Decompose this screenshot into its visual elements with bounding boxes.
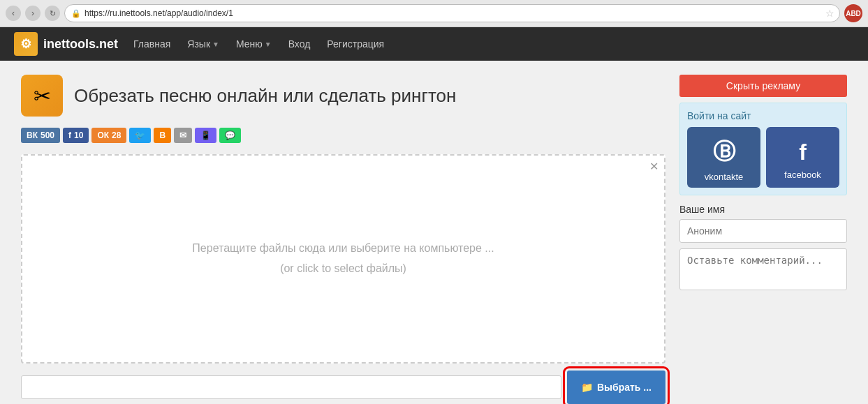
page-title: Обрезать песню онлайн или сделать рингто… <box>74 85 456 107</box>
drop-zone-text: Перетащите файлы сюда или выберите на ко… <box>192 239 494 279</box>
user-avatar: ABD <box>844 4 862 22</box>
sidebar: Скрыть рекламу Войти на сайт Ⓑ vkontakte… <box>679 75 847 404</box>
vk-count: 500 <box>41 130 54 140</box>
nav-login[interactable]: Вход <box>287 36 312 52</box>
choose-file-button[interactable]: 📁 Выбрать ... <box>567 371 665 404</box>
site-logo[interactable]: ⚙ inettools.net <box>14 32 118 56</box>
address-bar-wrap: 🔒 ☆ <box>64 4 840 22</box>
folder-icon: 📁 <box>581 382 593 393</box>
browser-chrome: ‹ › ↻ 🔒 ☆ ABD <box>0 0 868 27</box>
nav-menu[interactable]: Меню ▼ <box>235 36 273 52</box>
facebook-login-icon: f <box>799 140 807 165</box>
site-nav: ⚙ inettools.net Главная Язык ▼ Меню ▼ Вх… <box>0 27 868 61</box>
language-arrow-icon: ▼ <box>212 40 219 48</box>
vkontakte-login-button[interactable]: Ⓑ vkontakte <box>687 127 760 188</box>
share-blogger-button[interactable]: B <box>154 128 171 143</box>
nav-home[interactable]: Главная <box>132 36 172 52</box>
back-button[interactable]: ‹ <box>6 6 21 21</box>
ok-count: 28 <box>112 130 121 140</box>
nav-register[interactable]: Регистрация <box>325 36 385 52</box>
viber-icon: 📱 <box>200 130 211 140</box>
file-input-row: 📁 Выбрать ... <box>21 371 665 404</box>
social-buttons: ВК 500 f 10 ОК 28 🐦 B ✉ 📱 <box>21 128 665 143</box>
name-input[interactable] <box>679 219 847 243</box>
fb-icon: f <box>68 130 71 140</box>
facebook-login-label: facebook <box>784 170 821 180</box>
login-text: Войти на сайт <box>687 110 751 121</box>
fb-count: 10 <box>74 130 83 140</box>
social-login-row: Ⓑ vkontakte f facebook <box>687 127 839 188</box>
bookmark-button[interactable]: ☆ <box>825 8 834 19</box>
page-content: ✂ Обрезать песню онлайн или сделать ринг… <box>0 61 868 404</box>
vkontakte-login-icon: Ⓑ <box>713 137 735 167</box>
share-fb-button[interactable]: f 10 <box>63 128 89 143</box>
share-viber-button[interactable]: 📱 <box>195 128 216 143</box>
share-whatsapp-button[interactable]: 💬 <box>219 128 241 143</box>
forward-button[interactable]: › <box>25 6 41 21</box>
ok-icon: ОК <box>97 130 109 140</box>
vk-icon: ВК <box>27 130 38 140</box>
drop-zone-container: ✕ Перетащите файлы сюда или выберите на … <box>21 154 665 364</box>
share-skype-button[interactable]: ✉ <box>174 128 192 143</box>
logo-icon: ⚙ <box>14 32 38 56</box>
twitter-icon: 🐦 <box>135 130 145 140</box>
address-bar[interactable] <box>64 4 840 22</box>
login-section: Войти на сайт Ⓑ vkontakte f facebook <box>679 103 847 195</box>
file-path-input[interactable] <box>21 375 561 399</box>
nav-language[interactable]: Язык ▼ <box>186 36 221 52</box>
page-title-row: ✂ Обрезать песню онлайн или сделать ринг… <box>21 75 665 117</box>
page-icon: ✂ <box>21 75 63 117</box>
whatsapp-icon: 💬 <box>225 130 235 140</box>
blogger-icon: B <box>159 130 165 140</box>
facebook-login-button[interactable]: f facebook <box>766 127 839 188</box>
vkontakte-login-label: vkontakte <box>705 172 744 182</box>
your-name-label: Ваше имя <box>679 204 847 215</box>
skype-icon: ✉ <box>179 130 186 140</box>
drop-zone-close-button[interactable]: ✕ <box>649 161 659 172</box>
logo-text: inettools.net <box>43 37 118 52</box>
share-vk-button[interactable]: ВК 500 <box>21 128 60 143</box>
hide-ads-button[interactable]: Скрыть рекламу <box>679 75 847 97</box>
drop-zone[interactable]: ✕ Перетащите файлы сюда или выберите на … <box>21 154 665 364</box>
main-area: ✂ Обрезать песню онлайн или сделать ринг… <box>21 75 665 404</box>
share-twitter-button[interactable]: 🐦 <box>129 128 151 143</box>
comment-input[interactable] <box>679 248 847 290</box>
refresh-button[interactable]: ↻ <box>45 6 60 21</box>
share-ok-button[interactable]: ОК 28 <box>91 128 126 143</box>
menu-arrow-icon: ▼ <box>265 40 272 48</box>
